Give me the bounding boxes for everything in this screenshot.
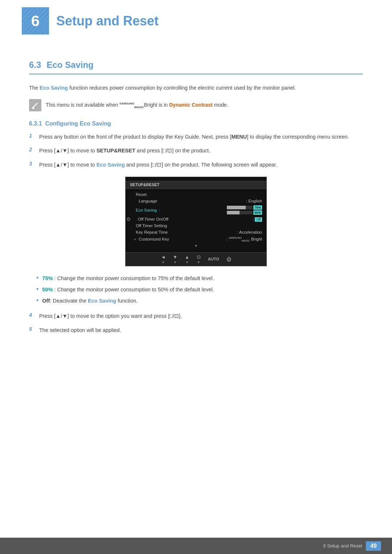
note-brand-small: SAMSUNG: [119, 102, 134, 105]
bar-75-fill: [227, 206, 246, 209]
btn-down: ▼▼: [173, 254, 177, 264]
chapter-title: Setup and Reset: [56, 13, 159, 29]
section-number: 6.3: [29, 60, 41, 70]
step-text-1: Press any button on the front of the pro…: [39, 132, 363, 141]
step-text-3: Press [▲/▼] to move to Eco Saving and pr…: [39, 160, 363, 169]
bullet-bold-50: 50%: [42, 287, 53, 292]
svg-line-1: [33, 103, 37, 107]
bullet-bold-75: 75%: [42, 275, 53, 281]
btn-up: ▲▼: [185, 254, 189, 264]
subsection-title: Configuring Eco Saving: [45, 120, 111, 127]
btn-enter: ⊡▼: [197, 254, 201, 264]
bar-50-outer: [227, 211, 252, 214]
btn-power: ⏻: [226, 257, 231, 262]
menu-value-customkey: : SAMSUNGMAGIC Bright: [226, 237, 262, 242]
bullet-text-off: Off: Deactivate the Eco Saving function.: [42, 297, 138, 305]
intro-bold-term: Eco Saving: [40, 85, 68, 91]
note-text-after: mode.: [213, 102, 228, 108]
bullet-item-off: • Off: Deactivate the Eco Saving functio…: [36, 297, 363, 305]
note-text-mid: is in: [157, 102, 169, 108]
footer-text: 6 Setup and Reset: [323, 543, 363, 549]
step-item-5: 5 The selected option will be applied.: [29, 326, 363, 335]
bullet-bold-off: Off: [42, 298, 50, 304]
btn-left: ◄▼: [161, 254, 166, 264]
menu-row-reset: Reset: [126, 191, 266, 198]
bar-label-75: 75%: [253, 205, 262, 210]
subsection-heading: 6.3.1 Configuring Eco Saving: [29, 120, 363, 127]
bullet-ecosaving-bold: Eco Saving: [88, 298, 116, 304]
note-icon: [29, 99, 41, 111]
eco-saving-bold: Eco Saving: [97, 162, 125, 168]
screen-bottom-bar: ◄▼ ▼▼ ▲▼ ⊡▼ AUTO ⏻: [126, 252, 266, 266]
step-number-1: 1: [29, 132, 39, 139]
menu-label-offtimer-onoff: Off Timer On/Off: [138, 217, 168, 221]
menu-colon: :: [159, 208, 160, 212]
bullet-text-75: 75% : Change the monitor power consumpti…: [42, 274, 214, 283]
step-number-5: 5: [29, 326, 39, 332]
step-item: 1 Press any button on the front of the p…: [29, 132, 363, 141]
steps-list-cont: 4 Press [▲/▼] to move to the option you …: [29, 312, 363, 335]
intro-text-after: function reduces power consumption by co…: [68, 85, 296, 91]
note-brand-word: Bright: [144, 102, 158, 108]
step-item: 2 Press [▲/▼] to move to SETUP&RESET and…: [29, 146, 363, 155]
step-number-3: 3: [29, 160, 39, 167]
screen-container: SETUP&RESET Reset Language : English Eco…: [29, 177, 363, 266]
subsection-number: 6.3.1: [29, 120, 42, 127]
menu-row-keyrepeat: Key Repeat Time : Acceleration: [126, 229, 266, 235]
menu-row-offtimer-onoff: ⚙ Off Timer On/Off : Off: [126, 216, 266, 222]
screen-title-bar: SETUP&RESET: [126, 181, 266, 189]
intro-text-before: The: [29, 85, 40, 91]
footer: 6 Setup and Reset 49: [0, 538, 392, 554]
step-number-4: 4: [29, 312, 39, 318]
menu-row-arrow-down: ▼: [126, 243, 266, 249]
step-number-2: 2: [29, 146, 39, 152]
bullet-dot-1: •: [36, 274, 38, 282]
menu-label-reset: Reset: [136, 192, 147, 197]
menu-label-offtimer-setting: Off Timer Setting: [136, 223, 167, 228]
chapter-header: 6 Setup and Reset: [22, 0, 392, 45]
section-heading: 6.3 Eco Saving: [29, 60, 363, 74]
section-title: Eco Saving: [46, 60, 93, 70]
menu-label-keyrepeat: Key Repeat Time: [136, 230, 168, 234]
step-text-4: Press [▲/▼] to move to the option you wa…: [39, 312, 363, 321]
bullet-dot-3: •: [36, 297, 38, 305]
step-item-4: 4 Press [▲/▼] to move to the option you …: [29, 312, 363, 321]
chapter-number: 6: [31, 12, 40, 30]
setup-reset-bold: SETUP&RESET: [97, 148, 135, 153]
note-text-before: This menu is not available when: [46, 102, 119, 108]
bullet-text-50: 50% : Change the monitor power consumpti…: [42, 286, 214, 294]
note-box: This menu is not available when SAMSUNGM…: [29, 99, 363, 111]
menu-label-customkey: Customized Key: [139, 237, 169, 241]
bullet-item-75: • 75% : Change the monitor power consump…: [36, 274, 363, 283]
step-item: 3 Press [▲/▼] to move to Eco Saving and …: [29, 160, 363, 169]
bullet-dot-2: •: [36, 286, 38, 294]
bullet-list: • 75% : Change the monitor power consump…: [36, 274, 363, 305]
steps-list: 1 Press any button on the front of the p…: [29, 132, 363, 169]
btn-auto: AUTO: [208, 257, 219, 261]
note-highlight: Dynamic Contrast: [169, 102, 213, 108]
menu-label-language: Language: [139, 199, 157, 203]
bar-container: 75% 50%: [227, 205, 262, 215]
menu-row-ecosaving: Eco Saving : 75% 50%: [126, 204, 266, 216]
down-arrow: ▼: [194, 244, 198, 248]
chapter-number-box: 6: [22, 7, 49, 34]
menu-value-offtimer-onoff: : Off: [253, 217, 262, 221]
gear-icon: ⚙: [126, 216, 131, 222]
step-text-5: The selected option will be applied.: [39, 326, 363, 335]
bar-label-50: 50%: [253, 210, 262, 215]
footer-page: 49: [366, 541, 381, 551]
menu-row-offtimer-setting: Off Timer Setting: [126, 222, 266, 229]
bullet-item-50: • 50% : Change the monitor power consump…: [36, 286, 363, 294]
menu-value-keyrepeat: : Acceleration: [237, 230, 262, 234]
screen-mockup: SETUP&RESET Reset Language : English Eco…: [125, 177, 267, 266]
screen-title-text: SETUP&RESET: [130, 182, 159, 187]
menu-check-mark: ✓: [134, 237, 136, 241]
menu-label-ecosaving: Eco Saving: [136, 208, 157, 212]
menu-value-language: : English: [246, 199, 262, 203]
step-text-2: Press [▲/▼] to move to SETUP&RESET and p…: [39, 146, 363, 155]
bar-50-fill: [227, 211, 240, 214]
bar-75-outer: [227, 206, 252, 209]
screen-body: Reset Language : English Eco Saving :: [126, 189, 266, 251]
pencil-icon: [31, 101, 39, 109]
main-content: 6.3 Eco Saving The Eco Saving function r…: [0, 45, 392, 369]
